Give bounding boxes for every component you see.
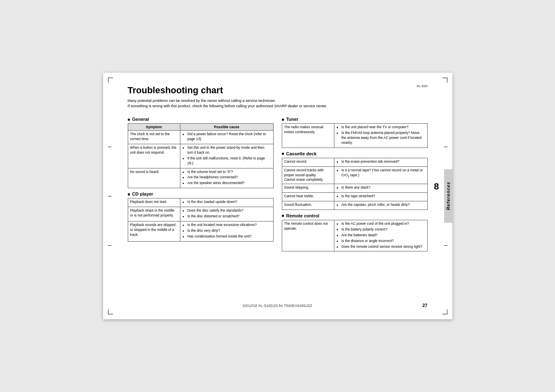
cause-cell: Is the volume level set to "0"? Are the … xyxy=(180,168,273,188)
corner-mark-tr xyxy=(442,78,447,83)
symptom-cell: The remote control does not operate. xyxy=(282,220,334,251)
cause-cell: Is the unit located near excessive vibra… xyxy=(180,221,273,241)
table-row: The clock is not set to the correct time… xyxy=(128,131,273,144)
page-number: 27 xyxy=(422,303,427,308)
table-row: Sound fluctuation. Are the capstan, pinc… xyxy=(282,201,427,210)
table-row: No sound is heard. Is the volume level s… xyxy=(128,168,273,188)
corner-mark-br xyxy=(442,309,447,314)
col-cause: Possible cause xyxy=(180,124,273,131)
remote-table: The remote control does not operate. Is … xyxy=(282,220,428,251)
table-row: When a button is pressed, the unit does … xyxy=(128,144,273,168)
remote-heading: Remote control xyxy=(282,213,428,218)
model-number: XL-S10 xyxy=(417,84,428,88)
symptom-cell: No sound is heard. xyxy=(128,168,180,188)
cause-cell: Is the AC power cord of the unit plugged… xyxy=(334,220,427,251)
symptom-cell: When a button is pressed, the unit does … xyxy=(128,144,180,168)
cause-cell: Is the erase-prevention tab removed? xyxy=(334,158,427,166)
corner-mark-bl xyxy=(108,309,113,314)
symptom-cell: Sound skipping. xyxy=(282,184,334,193)
content-columns: General Symptom Possible cause The clock… xyxy=(128,113,428,255)
cause-cell: Is the unit placed near the TV or comput… xyxy=(334,124,427,148)
symptom-cell: Cannot hear treble. xyxy=(282,193,334,201)
symptom-cell: The radio makes unusual noises continuou… xyxy=(282,124,334,148)
table-row: Sound skipping. Is there any slack? xyxy=(282,184,427,193)
tuner-heading: Tuner xyxy=(282,117,428,122)
cause-cell: Is it a normal tape? (You cannot record … xyxy=(334,166,427,184)
chapter-number: 8 xyxy=(434,181,439,192)
left-column: General Symptom Possible cause The clock… xyxy=(128,113,274,255)
footer-info: 03/12/18 XL-S10(U)3.fm TINSEA018SJZZ xyxy=(243,304,312,308)
cause-cell: Are the capstan, pinch roller, or heads … xyxy=(334,201,427,210)
symptom-cell: Cannot record tracks with proper sound q… xyxy=(282,166,334,184)
symptom-cell: Sound fluctuation. xyxy=(282,201,334,210)
side-tab-text: References xyxy=(446,182,451,210)
cd-player-table: Playback does not start. Is the disc loa… xyxy=(128,198,274,241)
symptom-cell: The clock is not set to the correct time… xyxy=(128,131,180,144)
col-symptom: Symptom xyxy=(128,124,180,131)
cause-cell: Is the disc loaded upside down? xyxy=(180,198,273,207)
right-column: Tuner The radio makes unusual noises con… xyxy=(282,113,428,255)
symptom-cell: Playback does not start. xyxy=(128,198,180,207)
table-row: Cannot hear treble. Is the tape stretche… xyxy=(282,193,427,201)
table-row: The remote control does not operate. Is … xyxy=(282,220,427,251)
intro-text: Many potential problems can be resolved … xyxy=(128,98,428,108)
tick-left-top xyxy=(108,147,111,147)
table-row: Playback does not start. Is the disc loa… xyxy=(128,198,273,207)
corner-mark-tl xyxy=(108,78,113,83)
table-row: The radio makes unusual noises continuou… xyxy=(282,124,427,148)
cause-cell: Set this unit to the power stand-by mode… xyxy=(180,144,273,168)
tick-right-top xyxy=(444,147,447,147)
cause-cell: Does the disc satisfy the standards? Is … xyxy=(180,207,273,221)
symptom-cell: Cannot record. xyxy=(282,158,334,166)
symptom-cell: Playback stops in the middle or is not p… xyxy=(128,207,180,221)
tick-right-bot xyxy=(444,245,447,246)
tick-left-mid xyxy=(108,196,111,196)
cause-cell: Is the tape stretched? xyxy=(334,193,427,201)
tick-left-bot xyxy=(108,245,111,246)
table-row: Cannot record tracks with proper sound q… xyxy=(282,166,427,184)
table-row: Cannot record. Is the erase-prevention t… xyxy=(282,158,427,166)
tuner-table: The radio makes unusual noises continuou… xyxy=(282,123,428,148)
cause-cell: Is there any slack? xyxy=(334,184,427,193)
general-heading: General xyxy=(128,117,274,122)
side-tab: References xyxy=(444,169,452,223)
cd-player-heading: CD player xyxy=(128,191,274,196)
page: XL-S10 References 8 Troubleshooting char… xyxy=(103,73,452,319)
table-row: Playback sounds are skipped, or stopped … xyxy=(128,221,273,241)
cassette-heading: Cassette deck xyxy=(282,151,428,156)
general-table: Symptom Possible cause The clock is not … xyxy=(128,123,274,188)
cause-cell: Did a power failure occur? Reset the clo… xyxy=(180,131,273,144)
symptom-cell: Playback sounds are skipped, or stopped … xyxy=(128,221,180,241)
cassette-table: Cannot record. Is the erase-prevention t… xyxy=(282,158,428,210)
table-row: Playback stops in the middle or is not p… xyxy=(128,207,273,221)
page-title: Troubleshooting chart xyxy=(128,85,428,96)
